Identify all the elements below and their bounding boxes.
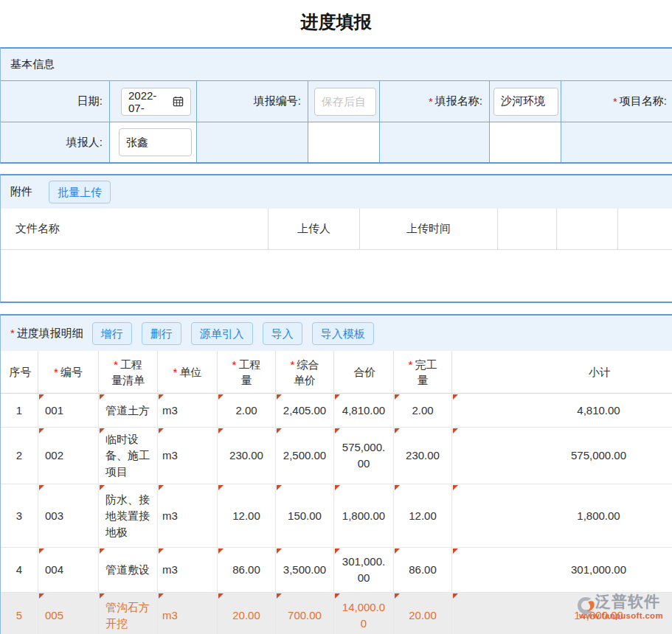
cell-qty[interactable]: 20.00	[218, 593, 276, 634]
cell-flag-icon	[395, 428, 400, 433]
cell-flag-icon	[159, 548, 164, 554]
cell-price[interactable]: 3,500.00	[276, 548, 334, 593]
required-mark: *	[10, 327, 15, 339]
cell-unit[interactable]: m3	[158, 428, 218, 484]
cell-flag-icon	[39, 593, 44, 599]
cell-price[interactable]: 700.00	[276, 593, 334, 634]
cell-seq: 3	[1, 484, 38, 548]
attachment-section: 附件 批量上传 文件名称 上传人 上传时间	[0, 174, 672, 303]
attachment-header: 附件 批量上传	[1, 175, 672, 209]
cell-done[interactable]: 20.00	[394, 593, 452, 634]
cell-unit[interactable]: m3	[158, 593, 218, 634]
cell-unit[interactable]: m3	[158, 548, 218, 593]
col-seq: 序号	[1, 351, 38, 393]
cell-done[interactable]: 86.00	[394, 548, 452, 593]
attachment-table-body	[1, 250, 672, 302]
cell-flag-icon	[218, 593, 224, 599]
cell-subtotal[interactable]: 14,000.00	[452, 593, 672, 634]
cell-amount[interactable]: 14,000.00	[334, 593, 394, 634]
cell-qty[interactable]: 2.00	[218, 394, 276, 428]
cell-item[interactable]: 管道土方	[99, 394, 158, 428]
cell-done[interactable]: 2.00	[394, 394, 452, 428]
attach-col-empty	[618, 209, 672, 249]
cell-seq: 5	[1, 593, 38, 634]
cell-flag-icon	[277, 428, 282, 433]
cell-flag-icon	[218, 548, 224, 554]
import-button[interactable]: 导入	[263, 322, 302, 345]
cell-code[interactable]: 005	[38, 593, 99, 634]
required-mark: *	[613, 95, 617, 108]
cell-amount[interactable]: 4,810.00	[334, 394, 394, 428]
date-input[interactable]: 2022-07-	[121, 88, 191, 116]
cell-subtotal[interactable]: 1,800.00	[452, 484, 672, 548]
cell-amount[interactable]: 1,800.00	[334, 484, 394, 548]
cell-flag-icon	[159, 593, 164, 599]
cell-flag-icon	[159, 428, 164, 433]
reporter-label: 填报人:	[66, 136, 103, 150]
cell-flag-icon	[395, 593, 400, 599]
report-no-label: 填报编号:	[254, 94, 301, 108]
detail-toolbar: *进度填报明细 增行 删行 源单引入 导入 导入模板	[1, 316, 672, 351]
reporter-cell	[110, 122, 197, 162]
report-name-label: 填报名称:	[435, 94, 482, 108]
detail-section: *进度填报明细 增行 删行 源单引入 导入 导入模板 序号 *编号 *工程量清单…	[0, 314, 672, 634]
page-title: 进度填报	[0, 0, 672, 47]
cell-qty[interactable]: 12.00	[218, 484, 276, 548]
cell-flag-icon	[100, 428, 105, 433]
cell-flag-icon	[159, 485, 164, 490]
date-label-cell: 日期:	[1, 81, 110, 122]
report-name-input[interactable]	[493, 88, 558, 116]
cell-unit[interactable]: m3	[158, 394, 218, 428]
report-name-cell	[490, 81, 561, 122]
attach-col-empty	[557, 209, 618, 249]
report-name-label-cell: * 填报名称:	[380, 81, 490, 122]
cell-unit[interactable]: m3	[158, 484, 218, 548]
cell-qty[interactable]: 86.00	[218, 548, 276, 593]
cell-done[interactable]: 230.00	[394, 428, 452, 484]
cell-code[interactable]: 002	[38, 428, 99, 484]
attach-col-empty	[498, 209, 557, 249]
attach-col-uploader: 上传人	[269, 209, 360, 249]
cell-flag-icon	[218, 428, 224, 433]
cell-item[interactable]: 管道敷设	[99, 548, 158, 593]
import-template-button[interactable]: 导入模板	[312, 322, 374, 345]
cell-flag-icon	[218, 394, 224, 400]
cell-subtotal[interactable]: 301,000.00	[452, 548, 672, 593]
delete-row-button[interactable]: 删行	[142, 322, 181, 345]
date-label: 日期:	[77, 94, 103, 108]
project-name-label-cell: * 项目名称:	[561, 81, 672, 122]
cell-item[interactable]: 防水、接地装置接地极	[99, 484, 158, 548]
cell-amount[interactable]: 575,000.00	[334, 428, 394, 484]
cell-qty[interactable]: 230.00	[218, 428, 276, 484]
cell-price[interactable]: 2,500.00	[276, 428, 334, 484]
cell-code[interactable]: 001	[38, 394, 99, 428]
cell-flag-icon	[39, 548, 44, 554]
cell-price[interactable]: 150.00	[276, 484, 334, 548]
report-no-input[interactable]	[314, 88, 376, 116]
cell-item[interactable]: 临时设备、施工项目	[99, 428, 158, 484]
col-unit: *单位	[158, 351, 218, 393]
cell-price[interactable]: 2,405.00	[276, 394, 334, 428]
cell-flag-icon	[335, 548, 340, 554]
attach-col-uploadtime: 上传时间	[360, 209, 498, 249]
cell-flag-icon	[100, 394, 105, 400]
cell-flag-icon	[159, 394, 164, 400]
col-done: *完工量	[394, 351, 452, 393]
cell-flag-icon	[277, 485, 282, 490]
batch-upload-button[interactable]: 批量上传	[49, 181, 111, 203]
cell-flag-icon	[395, 394, 400, 400]
required-mark: *	[429, 95, 433, 108]
cell-amount[interactable]: 301,000.00	[334, 548, 394, 593]
basic-info-title: 基本信息	[10, 58, 55, 72]
reporter-input[interactable]	[119, 128, 192, 156]
cell-subtotal[interactable]: 575,000.00	[452, 428, 672, 484]
cell-subtotal[interactable]: 4,810.00	[452, 394, 672, 428]
cell-code[interactable]: 004	[38, 548, 99, 593]
source-import-button[interactable]: 源单引入	[191, 322, 253, 345]
cell-item[interactable]: 管沟石方开挖	[99, 593, 158, 634]
add-row-button[interactable]: 增行	[92, 322, 132, 345]
cell-flag-icon	[453, 428, 458, 433]
cell-code[interactable]: 003	[38, 484, 99, 548]
cell-flag-icon	[395, 485, 400, 490]
cell-done[interactable]: 12.00	[394, 484, 452, 548]
